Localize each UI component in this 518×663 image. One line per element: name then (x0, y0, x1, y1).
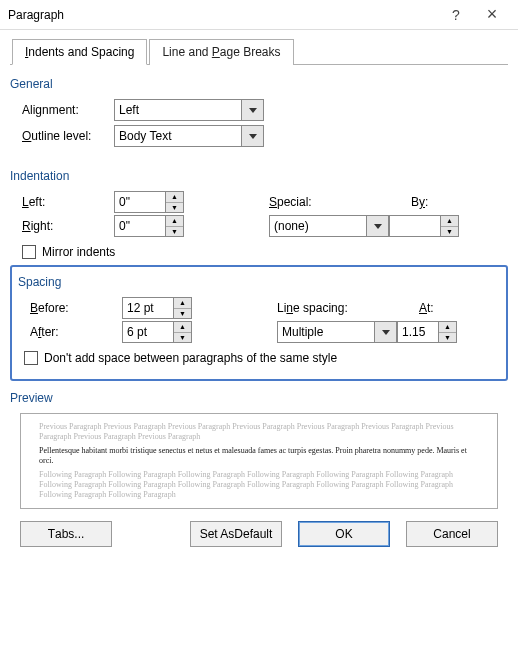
tab-strip: Indents and Spacing Line and Page Breaks (10, 38, 508, 65)
section-preview: Preview (10, 391, 508, 405)
at-spin[interactable]: 1.15 ▲▼ (397, 321, 457, 343)
title-bar: Paragraph ? × (0, 0, 518, 30)
button-bar: Tabs... Set As Default OK Cancel (10, 509, 508, 547)
spacing-highlight-box: Spacing Before: 12 pt ▲▼ Line spacing: A… (10, 265, 508, 381)
at-label: At: (419, 301, 434, 315)
preview-box: Previous Paragraph Previous Paragraph Pr… (20, 413, 498, 509)
special-combo[interactable]: (none) (269, 215, 389, 237)
by-spin[interactable]: ▲▼ (389, 215, 459, 237)
dialog-body: Indents and Spacing Line and Page Breaks… (0, 30, 518, 557)
spin-buttons[interactable]: ▲▼ (173, 298, 191, 318)
row-indent-left: Left: 0" ▲▼ Special: By: (22, 191, 508, 213)
line-spacing-label: Line spacing: (277, 301, 375, 315)
line-spacing-value: Multiple (282, 325, 323, 339)
at-value: 1.15 (402, 325, 425, 339)
indent-left-spin[interactable]: 0" ▲▼ (114, 191, 184, 213)
help-button[interactable]: ? (438, 7, 474, 23)
special-value: (none) (274, 219, 309, 233)
spin-buttons[interactable]: ▲▼ (440, 216, 458, 236)
dropdown-arrow-icon (241, 126, 263, 146)
alignment-value: Left (119, 103, 139, 117)
row-outline-level: Outline level: Body Text (22, 125, 508, 147)
row-indent-right: Right: 0" ▲▼ (none) ▲▼ (22, 215, 508, 237)
tab-label: ndents and Spacing (28, 45, 134, 59)
ok-button[interactable]: OK (298, 521, 390, 547)
window-title: Paragraph (8, 8, 438, 22)
mirror-indents-label: Mirror indents (42, 245, 115, 259)
after-spin[interactable]: 6 pt ▲▼ (122, 321, 192, 343)
outline-level-value: Body Text (119, 129, 171, 143)
no-add-space-row: Don't add space between paragraphs of th… (24, 351, 500, 365)
row-spacing-after: After: 6 pt ▲▼ Multiple 1.15 ▲▼ (30, 321, 500, 343)
preview-previous-text: Previous Paragraph Previous Paragraph Pr… (39, 422, 479, 442)
section-indentation: Indentation (10, 169, 508, 183)
line-spacing-combo[interactable]: Multiple (277, 321, 397, 343)
alignment-combo[interactable]: Left (114, 99, 264, 121)
outline-level-label: Outline level: (22, 129, 114, 143)
section-general: General (10, 77, 508, 91)
after-value: 6 pt (127, 325, 147, 339)
spin-buttons[interactable]: ▲▼ (438, 322, 456, 342)
spin-buttons[interactable]: ▲▼ (173, 322, 191, 342)
tabs-button[interactable]: Tabs... (20, 521, 112, 547)
before-spin[interactable]: 12 pt ▲▼ (122, 297, 192, 319)
dropdown-arrow-icon (366, 216, 388, 236)
indent-right-spin[interactable]: 0" ▲▼ (114, 215, 184, 237)
close-button[interactable]: × (474, 4, 510, 25)
row-spacing-before: Before: 12 pt ▲▼ Line spacing: At: (30, 297, 500, 319)
indent-left-label: Left: (22, 195, 114, 209)
indent-right-label: Right: (22, 219, 114, 233)
cancel-button[interactable]: Cancel (406, 521, 498, 547)
mirror-indents-checkbox[interactable] (22, 245, 36, 259)
spin-buttons[interactable]: ▲▼ (165, 216, 183, 236)
spin-buttons[interactable]: ▲▼ (165, 192, 183, 212)
section-spacing: Spacing (18, 275, 500, 289)
outline-level-combo[interactable]: Body Text (114, 125, 264, 147)
by-label: By: (411, 195, 428, 209)
special-label: Special: (269, 195, 367, 209)
before-value: 12 pt (127, 301, 154, 315)
preview-sample-text: Pellentesque habitant morbi tristique se… (39, 446, 479, 466)
indent-right-value: 0" (119, 219, 130, 233)
no-add-space-checkbox[interactable] (24, 351, 38, 365)
after-label: After: (30, 325, 122, 339)
tab-line-page-breaks[interactable]: Line and Page Breaks (149, 39, 293, 65)
alignment-label: Alignment: (22, 103, 114, 117)
row-alignment: Alignment: Left (22, 99, 508, 121)
mirror-indents-row: Mirror indents (22, 245, 508, 259)
no-add-space-label: Don't add space between paragraphs of th… (44, 351, 337, 365)
tab-label: age Breaks (220, 45, 281, 59)
set-default-button[interactable]: Set As Default (190, 521, 282, 547)
preview-following-text: Following Paragraph Following Paragraph … (39, 470, 479, 500)
dropdown-arrow-icon (374, 322, 396, 342)
indent-left-value: 0" (119, 195, 130, 209)
before-label: Before: (30, 301, 122, 315)
tab-indents-spacing[interactable]: Indents and Spacing (12, 39, 147, 65)
dropdown-arrow-icon (241, 100, 263, 120)
